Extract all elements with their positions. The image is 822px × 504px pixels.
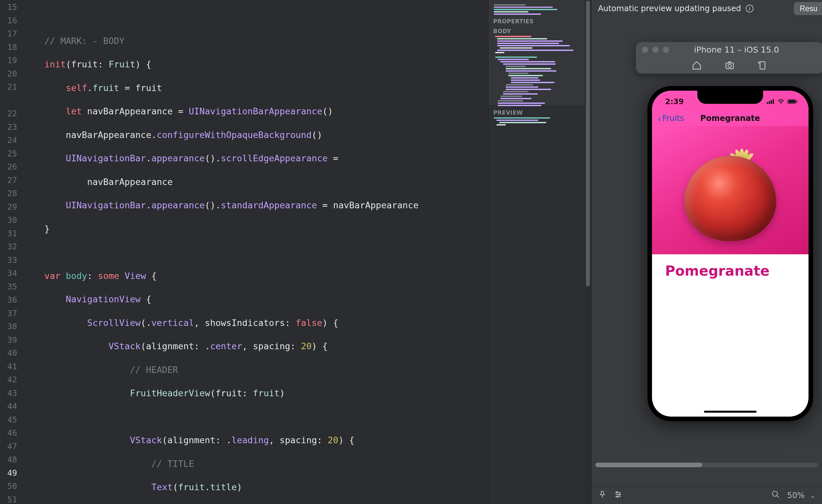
svg-rect-2	[760, 62, 765, 69]
preview-pane: Automatic preview updating paused i Resu…	[591, 0, 822, 504]
line-number[interactable]: 40	[0, 347, 23, 360]
line-number[interactable]: 30	[0, 214, 23, 227]
line-number[interactable]: 15	[0, 1, 23, 14]
line-number[interactable]: 19	[0, 54, 23, 67]
line-number[interactable]: 33	[0, 254, 23, 267]
code-editor-pane: 15 16 17 18 19 20 21 . 22 23 24 25 26 27…	[0, 0, 488, 504]
preview-canvas[interactable]: iPhone 11 – iOS 15.0 2:39 ‹ Fruits Pomeg…	[591, 17, 822, 486]
scrollbar-thumb[interactable]	[586, 1, 590, 286]
code-comment: // MARK: - BODY	[44, 36, 125, 46]
svg-rect-9	[796, 101, 797, 103]
line-number[interactable]: 47	[0, 440, 23, 453]
screenshot-icon[interactable]	[725, 60, 735, 70]
nav-back-label: Fruits	[663, 114, 684, 123]
nav-back-button[interactable]: ‹ Fruits	[658, 113, 684, 123]
chevron-left-icon: ‹	[658, 113, 661, 123]
preview-horizontal-scrollbar[interactable]	[595, 461, 818, 469]
content-title: Pomegranate	[652, 254, 809, 287]
line-number[interactable]: 46	[0, 426, 23, 440]
device-notch	[697, 91, 763, 104]
minimap-section-preview[interactable]: PREVIEW	[493, 109, 582, 116]
line-number[interactable]: 21	[0, 80, 23, 94]
svg-rect-3	[767, 102, 768, 104]
svg-point-1	[728, 64, 731, 67]
line-number[interactable]: 44	[0, 400, 23, 413]
settings-sliders-icon[interactable]	[614, 490, 623, 501]
line-number[interactable]: 50	[0, 480, 23, 493]
zoom-icon[interactable]	[771, 490, 780, 501]
status-icons	[766, 97, 797, 104]
signal-icon	[766, 99, 774, 104]
line-number[interactable]: 48	[0, 453, 23, 467]
status-time: 2:39	[665, 95, 684, 106]
chevron-down-icon[interactable]: ⌄	[810, 492, 815, 499]
minimap-viewport[interactable]	[489, 0, 584, 105]
nav-title: Pomegranate	[700, 114, 760, 123]
line-number[interactable]: 38	[0, 320, 23, 333]
line-number[interactable]: 36	[0, 293, 23, 307]
traffic-lights[interactable]	[642, 47, 669, 53]
line-number[interactable]: 27	[0, 174, 23, 187]
svg-point-13	[772, 491, 777, 496]
preview-banner: Automatic preview updating paused i Resu	[591, 0, 822, 17]
rotate-icon[interactable]	[758, 60, 767, 70]
home-indicator[interactable]	[704, 411, 757, 413]
fruit-header	[652, 126, 809, 254]
line-number[interactable]: 29	[0, 200, 23, 214]
line-number[interactable]: 23	[0, 121, 23, 134]
svg-point-12	[616, 496, 618, 497]
line-number[interactable]: 39	[0, 333, 23, 347]
editor-vertical-scrollbar[interactable]	[584, 0, 591, 504]
line-number[interactable]: 25	[0, 147, 23, 161]
simulator-title: iPhone 11 – iOS 15.0	[674, 45, 800, 55]
svg-rect-4	[769, 101, 770, 104]
home-icon[interactable]	[692, 60, 702, 70]
line-number[interactable]: 35	[0, 280, 23, 294]
scrollbar-thumb[interactable]	[595, 463, 702, 467]
line-number[interactable]: 42	[0, 373, 23, 387]
line-number[interactable]: 20	[0, 67, 23, 81]
nav-bar: ‹ Fruits Pomegranate	[652, 110, 809, 126]
resume-button[interactable]: Resu	[794, 2, 822, 15]
line-number[interactable]: 24	[0, 134, 23, 147]
line-number[interactable]: 49	[0, 467, 23, 480]
pin-icon[interactable]	[598, 490, 606, 501]
svg-rect-5	[771, 100, 772, 104]
pomegranate-image	[679, 136, 781, 244]
wifi-icon	[777, 99, 785, 104]
svg-point-10	[616, 492, 617, 493]
simulator-window[interactable]: iPhone 11 – iOS 15.0	[636, 42, 822, 74]
device-screen[interactable]: 2:39 ‹ Fruits Pomegranate Pomegranate	[652, 91, 809, 417]
simulator-titlebar[interactable]: iPhone 11 – iOS 15.0	[636, 42, 822, 57]
code-area[interactable]: // MARK: - BODY init(fruit: Fruit) { sel…	[23, 0, 488, 504]
line-number[interactable]: 28	[0, 187, 23, 200]
svg-point-11	[619, 493, 620, 495]
svg-rect-8	[788, 100, 795, 103]
device-frame: 2:39 ‹ Fruits Pomegranate Pomegranate	[648, 86, 813, 421]
line-number[interactable]: 18	[0, 41, 23, 54]
line-number[interactable]: 41	[0, 360, 23, 374]
svg-rect-6	[773, 99, 774, 104]
line-number[interactable]: 43	[0, 387, 23, 400]
line-number[interactable]: 32	[0, 240, 23, 254]
line-number[interactable]: 26	[0, 160, 23, 174]
line-number[interactable]: 16	[0, 14, 23, 28]
line-number[interactable]: 22	[0, 107, 23, 121]
info-icon[interactable]: i	[746, 5, 754, 12]
preview-bottombar: 50% ⌄	[591, 486, 822, 504]
minimap[interactable]: PROPERTIES BODY PREVIEW	[488, 0, 584, 504]
line-number[interactable]: 51	[0, 493, 23, 504]
line-gutter[interactable]: 15 16 17 18 19 20 21 . 22 23 24 25 26 27…	[0, 0, 23, 504]
line-number[interactable]: 31	[0, 227, 23, 241]
preview-banner-text: Automatic preview updating paused	[598, 4, 741, 13]
simulator-toolbar	[636, 57, 822, 74]
line-number[interactable]: 45	[0, 413, 23, 427]
zoom-label[interactable]: 50%	[787, 491, 805, 500]
battery-icon	[788, 99, 797, 104]
line-number[interactable]: 34	[0, 267, 23, 280]
line-number[interactable]: 37	[0, 307, 23, 320]
line-number[interactable]: 17	[0, 27, 23, 41]
